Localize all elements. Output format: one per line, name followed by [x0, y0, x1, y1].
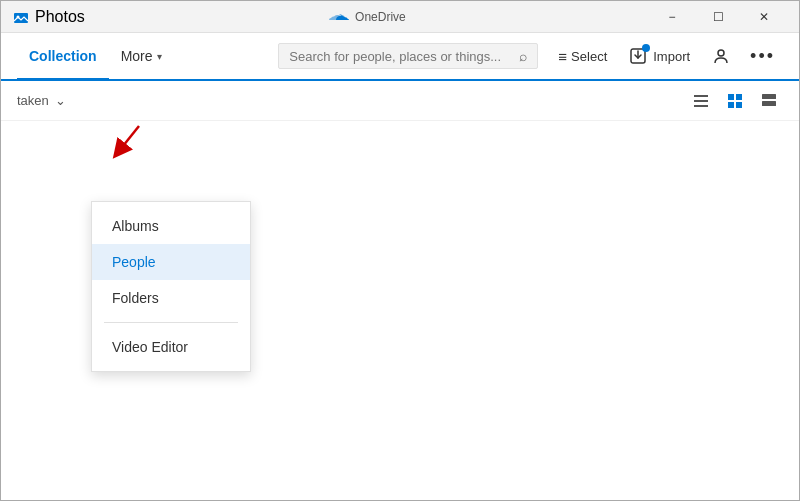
wide-grid-icon: [760, 92, 778, 110]
svg-rect-10: [736, 102, 742, 108]
import-icon: [629, 47, 647, 65]
main-content: Albums People Folders Video Editor: [1, 121, 799, 501]
svg-point-3: [718, 50, 724, 56]
grid-view-button[interactable]: [721, 87, 749, 115]
select-lines-icon: ≡: [558, 48, 567, 65]
person-button[interactable]: [704, 43, 738, 69]
app-title: Photos: [35, 8, 85, 26]
svg-rect-12: [762, 101, 776, 106]
folders-menu-item[interactable]: Folders: [92, 280, 250, 316]
minimize-button[interactable]: −: [649, 1, 695, 33]
select-button[interactable]: ≡ Select: [550, 44, 615, 69]
close-button[interactable]: ✕: [741, 1, 787, 33]
person-icon: [712, 47, 730, 65]
collection-tab[interactable]: Collection: [17, 32, 109, 80]
maximize-button[interactable]: ☐: [695, 1, 741, 33]
video-editor-menu-item[interactable]: Video Editor: [92, 329, 250, 365]
svg-rect-5: [694, 100, 708, 102]
wide-grid-view-button[interactable]: [755, 87, 783, 115]
more-tab[interactable]: More ▾: [109, 32, 174, 80]
search-input[interactable]: [289, 49, 513, 64]
nav-bar: Collection More ▾ ⌕ ≡ Select Import: [1, 33, 799, 81]
menu-divider: [104, 322, 238, 323]
import-button[interactable]: Import: [619, 43, 700, 69]
import-badge: [642, 44, 650, 52]
photos-app-icon: [13, 9, 29, 25]
title-bar-controls: − ☐ ✕: [649, 1, 787, 33]
view-options: [687, 87, 783, 115]
right-toolbar: ≡ Select Import •••: [550, 42, 783, 71]
title-bar-left: Photos: [13, 8, 85, 26]
title-bar: Photos OneDrive − ☐ ✕: [1, 1, 799, 33]
date-chevron-icon: ⌄: [55, 93, 66, 108]
svg-rect-4: [694, 95, 708, 97]
more-chevron-icon: ▾: [157, 51, 162, 62]
onedrive-area: OneDrive: [328, 10, 406, 24]
search-icon[interactable]: ⌕: [519, 48, 527, 64]
more-dropdown-menu: Albums People Folders Video Editor: [91, 201, 251, 372]
svg-rect-8: [736, 94, 742, 100]
svg-rect-11: [762, 94, 776, 99]
date-taken-label: taken: [17, 93, 49, 108]
svg-rect-7: [728, 94, 734, 100]
more-options-button[interactable]: •••: [742, 42, 783, 71]
onedrive-label: OneDrive: [355, 10, 406, 24]
svg-rect-6: [694, 105, 708, 107]
people-menu-item[interactable]: People: [92, 244, 250, 280]
svg-rect-0: [14, 13, 28, 23]
onedrive-icon: [328, 10, 350, 24]
list-view-button[interactable]: [687, 87, 715, 115]
list-view-icon: [692, 92, 710, 110]
sub-bar: taken ⌄: [1, 81, 799, 121]
search-bar: ⌕: [278, 43, 538, 69]
grid-view-icon: [726, 92, 744, 110]
svg-rect-9: [728, 102, 734, 108]
albums-menu-item[interactable]: Albums: [92, 208, 250, 244]
date-taken-control[interactable]: taken ⌄: [17, 93, 66, 108]
